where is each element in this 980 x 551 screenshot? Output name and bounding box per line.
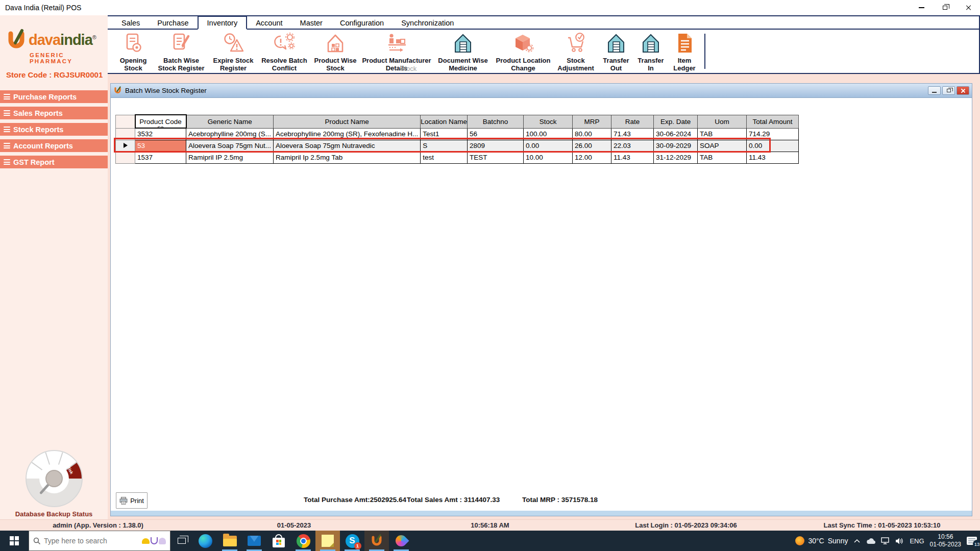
ribbon-item-transfer-in[interactable]: Transfer In: [634, 32, 667, 73]
cell-location-name[interactable]: S: [421, 140, 468, 152]
speaker-icon[interactable]: [895, 537, 904, 545]
cell-stock[interactable]: 100.00: [524, 128, 573, 140]
ribbon-item-item-ledger[interactable]: Item Ledger: [669, 32, 700, 73]
chevron-up-icon[interactable]: [853, 538, 861, 543]
row-selector-cell[interactable]: [116, 140, 135, 152]
ribbon-item-document-wise-medicine[interactable]: Document Wise Medicine: [433, 32, 493, 73]
close-button[interactable]: [957, 0, 980, 15]
column-header-total-amount[interactable]: Total Amount: [747, 115, 799, 128]
ribbon-item-batch-wise-stock-register[interactable]: Batch Wise Stock Register: [156, 32, 207, 73]
cell-generic-name[interactable]: Acebrophylline 200mg (S...: [186, 128, 274, 140]
search-input[interactable]: [44, 537, 139, 545]
cell-uom[interactable]: TAB: [698, 128, 747, 140]
ribbon-item-product-wise-stock[interactable]: Product Wise Stock: [311, 32, 360, 73]
cell-mrp[interactable]: 80.00: [573, 128, 611, 140]
cell-stock[interactable]: 0.00: [524, 140, 573, 152]
sidebar-item-purchase-reports[interactable]: Purchase Reports: [0, 90, 108, 103]
taskbar-app-mail[interactable]: [242, 531, 266, 551]
column-header-stock[interactable]: Stock: [524, 115, 573, 128]
row-selector-cell[interactable]: [116, 152, 135, 163]
cell-location-name[interactable]: Test1: [421, 128, 468, 140]
weather-widget[interactable]: 30°C Sunny: [795, 536, 848, 545]
taskbar-app-file-explorer[interactable]: [217, 531, 242, 551]
cell-stock[interactable]: 10.00: [524, 152, 573, 163]
inner-minimize-button[interactable]: [928, 86, 941, 95]
sidebar-item-stock-reports[interactable]: Stock Reports: [0, 123, 108, 136]
tab-master[interactable]: Master: [291, 17, 331, 29]
taskbar-app-dava-pos[interactable]: [364, 531, 389, 551]
row-selector-cell[interactable]: [116, 128, 135, 140]
restore-button[interactable]: [933, 0, 957, 15]
column-header-product-code[interactable]: Product Code53: [135, 115, 186, 128]
network-icon[interactable]: [881, 537, 890, 544]
ribbon-item-transfer-out[interactable]: Transfer Out: [600, 32, 632, 73]
ribbon-item-stock-adjustment[interactable]: Stock Adjustment: [554, 32, 598, 73]
table-row[interactable]: 53Aloevera Soap 75gm Nut...Aloevera Soap…: [116, 140, 799, 152]
tab-account[interactable]: Account: [247, 17, 291, 29]
sidebar-item-account-reports[interactable]: Account Reports: [0, 139, 108, 152]
print-button[interactable]: Print: [116, 492, 148, 509]
cell-location-name[interactable]: test: [421, 152, 468, 163]
column-header-rate[interactable]: Rate: [611, 115, 654, 128]
language-indicator[interactable]: ENG: [910, 537, 924, 545]
cell-rate[interactable]: 71.43: [611, 128, 654, 140]
task-view-button[interactable]: [170, 531, 193, 551]
onedrive-cloud-icon[interactable]: [866, 538, 875, 544]
taskbar-app-edge[interactable]: [193, 531, 217, 551]
taskbar-search[interactable]: [29, 531, 170, 551]
cell-mrp[interactable]: 26.00: [573, 140, 611, 152]
search-doodle-icons[interactable]: [142, 537, 166, 544]
column-header-mrp[interactable]: MRP: [573, 115, 611, 128]
column-header-generic-name[interactable]: Generic Name: [186, 115, 274, 128]
cell-product-name[interactable]: Aloevera Soap 75gm Nutravedic: [274, 140, 421, 152]
cell-exp-date[interactable]: 30-06-2024: [654, 128, 698, 140]
cell-mrp[interactable]: 12.00: [573, 152, 611, 163]
tab-inventory[interactable]: Inventory: [198, 16, 248, 30]
cell-batchno[interactable]: 56: [468, 128, 524, 140]
cell-product-code[interactable]: 1537: [135, 152, 186, 163]
cell-product-code[interactable]: 3532: [135, 128, 186, 140]
taskbar-app-sticky-notes[interactable]: [315, 531, 340, 551]
cell-total-amount[interactable]: 0.00: [747, 140, 799, 152]
column-header-uom[interactable]: Uom: [698, 115, 747, 128]
cell-batchno[interactable]: TEST: [468, 152, 524, 163]
taskbar-app-skype[interactable]: S 1: [340, 531, 364, 551]
tab-sales[interactable]: Sales: [113, 17, 149, 29]
ribbon-item-expire-stock-register[interactable]: Expire Stock Register: [209, 32, 258, 73]
ribbon-item-opening-stock[interactable]: Opening Stock: [113, 32, 154, 73]
cell-generic-name[interactable]: Ramipril IP 2.5mg: [186, 152, 274, 163]
ribbon-item-product-location-change[interactable]: Product Location Change: [495, 32, 552, 73]
cell-exp-date[interactable]: 30-09-2029: [654, 140, 698, 152]
row-selector-header[interactable]: [116, 115, 135, 128]
cell-batchno[interactable]: 2809: [468, 140, 524, 152]
table-row[interactable]: 3532Acebrophylline 200mg (S...Acebrophyl…: [116, 128, 799, 140]
tab-synchronization[interactable]: Synchronization: [393, 17, 462, 29]
taskbar-clock[interactable]: 10:56 01-05-2023: [930, 533, 961, 548]
column-header-product-name[interactable]: Product Name: [274, 115, 421, 128]
cell-total-amount[interactable]: 714.29: [747, 128, 799, 140]
taskbar-app-chrome[interactable]: [291, 531, 315, 551]
tab-purchase[interactable]: Purchase: [149, 17, 197, 29]
minimize-button[interactable]: [910, 0, 933, 15]
cell-exp-date[interactable]: 31-12-2029: [654, 152, 698, 163]
start-button[interactable]: [0, 531, 29, 551]
taskbar-app-store[interactable]: [266, 531, 291, 551]
inner-restore-button[interactable]: [942, 86, 955, 95]
column-header-exp-date[interactable]: Exp. Date: [654, 115, 698, 128]
cell-uom[interactable]: TAB: [698, 152, 747, 163]
cell-total-amount[interactable]: 11.43: [747, 152, 799, 163]
sidebar-item-gst-report[interactable]: GST Report: [0, 156, 108, 168]
taskbar-app-paint3d[interactable]: [389, 531, 413, 551]
table-row[interactable]: 1537Ramipril IP 2.5mgRamipril Ip 2.5mg T…: [116, 152, 799, 163]
inner-close-button[interactable]: [957, 86, 969, 95]
cell-generic-name[interactable]: Aloevera Soap 75gm Nut...: [186, 140, 274, 152]
column-header-batchno[interactable]: Batchno: [468, 115, 524, 128]
cell-uom[interactable]: SOAP: [698, 140, 747, 152]
tab-configuration[interactable]: Configuration: [331, 17, 393, 29]
cell-rate[interactable]: 11.43: [611, 152, 654, 163]
cell-product-name[interactable]: Acebrophylline 200mg (SR), Fexofenadine …: [274, 128, 421, 140]
cell-rate[interactable]: 22.03: [611, 140, 654, 152]
cell-product-name[interactable]: Ramipril Ip 2.5mg Tab: [274, 152, 421, 163]
cell-product-code[interactable]: 53: [135, 140, 186, 152]
ribbon-item-resolve-batch-conflict[interactable]: Resolve Batch Conflict: [260, 32, 309, 73]
